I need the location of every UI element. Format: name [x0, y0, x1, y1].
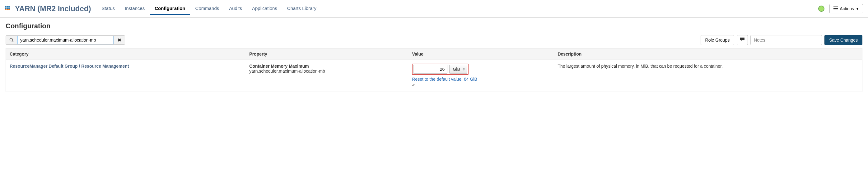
save-changes-button[interactable]: Save Changes [825, 35, 862, 45]
svg-rect-8 [8, 9, 10, 10]
svg-rect-1 [7, 6, 8, 7]
notes-input[interactable] [750, 35, 822, 45]
svg-rect-11 [834, 10, 838, 10]
tab-commands[interactable]: Commands [191, 2, 224, 15]
page-title: YARN (MR2 Included) [15, 4, 91, 13]
section-title: Configuration [0, 18, 868, 33]
category-link[interactable]: ResourceManager Default Group / Resource… [10, 64, 129, 69]
search-box: ✖ [6, 35, 125, 45]
search-input[interactable] [17, 36, 114, 44]
comment-button[interactable] [737, 35, 748, 45]
svg-rect-6 [5, 9, 6, 10]
value-input[interactable] [413, 65, 447, 74]
table-row: ResourceManager Default Group / Resource… [6, 60, 862, 92]
clear-search-icon[interactable]: ✖ [114, 36, 125, 44]
search-icon [6, 36, 17, 44]
svg-point-12 [10, 38, 12, 41]
description-text: The largest amount of physical memory, i… [558, 64, 722, 69]
unit-label: GiB [453, 67, 460, 72]
svg-rect-2 [8, 6, 10, 7]
tab-audits[interactable]: Audits [225, 2, 246, 15]
actions-label: Actions [840, 6, 854, 11]
svg-rect-3 [5, 7, 6, 9]
svg-rect-4 [7, 7, 8, 9]
tab-status[interactable]: Status [97, 2, 119, 15]
caret-down-icon: ▼ [856, 7, 859, 10]
stepper-arrows-icon: ▲▼ [463, 67, 465, 71]
comment-icon [740, 38, 744, 42]
nav-tabs: Status Instances Configuration Commands … [97, 2, 816, 15]
property-name: Container Memory Maximum [249, 64, 404, 69]
tab-charts-library[interactable]: Charts Library [283, 2, 321, 15]
svg-rect-9 [834, 6, 838, 7]
th-value: Value [408, 48, 554, 60]
health-status-icon [818, 6, 825, 12]
actions-dropdown[interactable]: Actions ▼ [830, 4, 863, 13]
yarn-icon [5, 6, 11, 12]
svg-rect-5 [8, 7, 10, 9]
reset-link[interactable]: Reset to the default value: 64 GiB [412, 77, 477, 82]
unit-select[interactable]: GiB ▲▼ [449, 65, 467, 74]
config-table: Category Property Value Description Reso… [6, 48, 862, 92]
value-editor: GiB ▲▼ [412, 64, 468, 75]
th-description: Description [554, 48, 862, 60]
svg-line-13 [12, 41, 13, 42]
tab-configuration[interactable]: Configuration [150, 2, 189, 15]
list-icon [834, 6, 838, 11]
th-property: Property [245, 48, 408, 60]
property-api-name: yarn.scheduler.maximum-allocation-mb [249, 69, 404, 74]
svg-rect-10 [834, 8, 838, 9]
role-groups-button[interactable]: Role Groups [701, 35, 735, 45]
tab-instances[interactable]: Instances [120, 2, 149, 15]
svg-rect-0 [5, 6, 6, 7]
th-category: Category [6, 48, 246, 60]
undo-icon[interactable]: ↶ [412, 83, 416, 88]
svg-rect-7 [7, 9, 8, 10]
tab-applications[interactable]: Applications [248, 2, 282, 15]
